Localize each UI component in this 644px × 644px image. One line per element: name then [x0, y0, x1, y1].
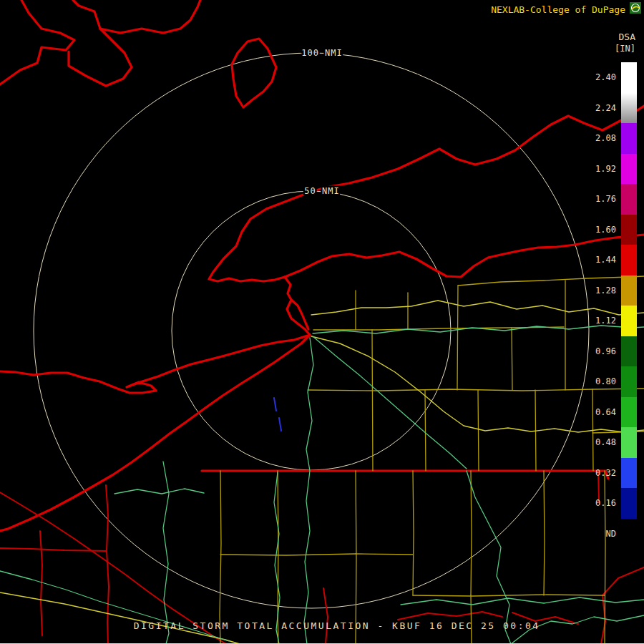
radar-map: 100 NMI50 NMI	[0, 0, 644, 644]
county-border	[356, 554, 413, 555]
legend-level-swatch	[621, 427, 637, 458]
brand[interactable]: NEXLAB-College of DuPage	[491, 4, 625, 15]
legend-level-swatch	[621, 397, 637, 428]
legend-level-swatch	[621, 154, 637, 185]
legend-level-swatch	[621, 93, 637, 124]
shoreline-state-border	[232, 39, 276, 107]
legend-level: 2.08	[595, 123, 637, 154]
legend-level: 1.92	[595, 154, 637, 185]
shoreline-state-border	[0, 0, 74, 84]
shoreline-state-border	[202, 471, 608, 479]
legend-level: 0.64	[595, 397, 637, 428]
county-border	[372, 330, 373, 471]
legend-level-label: ND	[606, 529, 616, 539]
legend-units-label: [IN]	[595, 44, 637, 54]
legend-level-label: 2.08	[595, 133, 616, 143]
legend-level: ND	[595, 519, 637, 550]
legend-level-label: 0.80	[595, 376, 616, 386]
shoreline-state-border	[0, 335, 310, 531]
legend-level-label: 1.28	[595, 286, 616, 296]
legend-level: 1.60	[595, 215, 637, 245]
green-highway-river	[313, 336, 467, 469]
river-blue	[274, 398, 276, 411]
green-highway-river	[114, 489, 204, 494]
county-border	[471, 471, 472, 595]
shoreline-state-border	[0, 335, 310, 393]
county-border	[478, 390, 479, 471]
legend-level-label: 0.32	[595, 468, 616, 478]
county-border	[413, 595, 605, 596]
county-border	[512, 328, 512, 390]
county-border	[457, 286, 458, 390]
legend-level-label: 1.44	[595, 255, 616, 265]
legend-scale: 2.402.242.081.921.761.601.441.281.120.96…	[595, 62, 637, 549]
county-border	[308, 389, 644, 391]
legend-level-label: 0.64	[595, 407, 616, 417]
legend-level-label: 0.16	[595, 498, 616, 508]
range-ring-label: 50 NMI	[304, 186, 339, 196]
range-ring	[172, 191, 451, 470]
legend-level-label: 0.96	[595, 346, 616, 356]
legend-level-label: 2.40	[595, 72, 616, 82]
legend-level: 2.40	[595, 62, 637, 93]
product-title-bar: DIGITAL STORM TOTAL ACCUMULATION - KBUF …	[0, 610, 644, 642]
legend-level-label: 1.76	[595, 194, 616, 204]
nexlab-logo-icon	[630, 2, 641, 14]
shoreline-state-border	[285, 235, 644, 277]
legend-level-swatch	[621, 458, 637, 489]
legend-level-label: 1.60	[595, 225, 616, 235]
green-highway-river	[401, 597, 644, 605]
yellow-highway	[311, 301, 644, 315]
legend-level: 1.44	[595, 245, 637, 275]
product-title: DIGITAL STORM TOTAL ACCUMULATION - KBUF …	[134, 620, 540, 631]
legend-level-swatch	[621, 488, 637, 519]
county-border	[425, 390, 426, 471]
legend-level: 1.76	[595, 184, 637, 215]
legend-level-swatch	[621, 123, 637, 154]
legend-level-label: 1.92	[595, 164, 616, 174]
legend-level: 2.24	[595, 93, 637, 124]
legend-level: 0.16	[595, 488, 637, 519]
legend-level-label: 2.24	[595, 103, 616, 113]
legend-level: 0.48	[595, 427, 637, 458]
legend-level: 0.96	[595, 336, 637, 367]
legend-level-swatch	[621, 366, 637, 397]
county-border	[413, 471, 414, 595]
legend-level: 0.32	[595, 458, 637, 489]
legend-level-swatch	[621, 519, 637, 550]
brand-text: NEXLAB-College of DuPage	[491, 4, 625, 15]
legend-level: 1.28	[595, 275, 637, 306]
legend-level-label: 1.12	[595, 316, 616, 326]
legend-level-swatch	[621, 275, 637, 306]
river-blue	[279, 418, 281, 431]
shoreline-state-border	[69, 0, 132, 86]
legend-level-swatch	[621, 336, 637, 367]
legend-level-label: 0.48	[595, 437, 616, 447]
dsa-legend: DSA [IN] 2.402.242.081.921.761.601.441.2…	[595, 31, 637, 549]
legend-level-swatch	[621, 215, 637, 245]
legend-level-swatch	[621, 184, 637, 215]
radar-display: 100 NMI50 NMI NEXLAB-College of DuPage D…	[0, 0, 644, 644]
green-highway-river	[304, 338, 313, 644]
shoreline-state-border	[100, 0, 200, 33]
legend-product-label: DSA	[595, 31, 637, 42]
county-border	[544, 471, 545, 595]
legend-level-swatch	[621, 62, 637, 93]
legend-level: 0.80	[595, 366, 637, 397]
legend-level-swatch	[621, 306, 637, 336]
legend-level: 1.12	[595, 306, 637, 336]
legend-level-swatch	[621, 245, 637, 275]
county-border	[220, 554, 356, 555]
yellow-highway	[311, 336, 644, 432]
range-ring-label: 100 NMI	[301, 48, 343, 58]
